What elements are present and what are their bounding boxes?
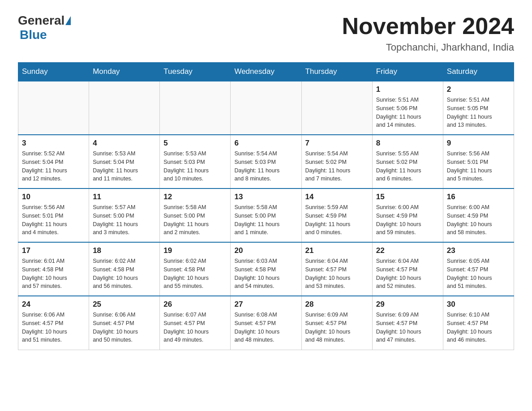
day-number: 5 bbox=[163, 139, 227, 148]
day-number: 14 bbox=[305, 193, 369, 201]
day-info: Sunrise: 6:03 AMSunset: 4:58 PMDaylight:… bbox=[234, 257, 297, 291]
day-number: 3 bbox=[22, 139, 85, 148]
calendar-cell bbox=[301, 81, 372, 135]
day-info: Sunrise: 5:58 AMSunset: 5:00 PMDaylight:… bbox=[234, 203, 297, 237]
calendar-cell: 6Sunrise: 5:54 AMSunset: 5:03 PMDaylight… bbox=[231, 135, 301, 188]
calendar-cell: 1Sunrise: 5:51 AMSunset: 5:06 PMDaylight… bbox=[372, 81, 443, 135]
day-number: 15 bbox=[376, 193, 439, 201]
calendar-cell: 4Sunrise: 5:53 AMSunset: 5:04 PMDaylight… bbox=[89, 135, 160, 188]
day-number: 9 bbox=[447, 139, 510, 148]
day-number: 23 bbox=[447, 246, 510, 255]
day-number: 27 bbox=[234, 300, 297, 309]
day-number: 4 bbox=[93, 139, 156, 148]
day-number: 24 bbox=[22, 300, 85, 309]
day-number: 18 bbox=[93, 246, 156, 255]
calendar-cell: 9Sunrise: 5:56 AMSunset: 5:01 PMDaylight… bbox=[443, 135, 514, 188]
calendar-cell: 28Sunrise: 6:09 AMSunset: 4:57 PMDayligh… bbox=[301, 296, 372, 350]
day-info: Sunrise: 6:06 AMSunset: 4:57 PMDaylight:… bbox=[93, 311, 156, 344]
day-number: 29 bbox=[376, 300, 439, 309]
calendar-week-row: 1Sunrise: 5:51 AMSunset: 5:06 PMDaylight… bbox=[18, 81, 514, 135]
location-title: Topchanchi, Jharkhand, India bbox=[342, 42, 514, 53]
logo: General Blue bbox=[18, 13, 72, 42]
day-info: Sunrise: 6:06 AMSunset: 4:57 PMDaylight:… bbox=[22, 311, 85, 344]
logo-general-text: General bbox=[18, 13, 64, 28]
day-number: 2 bbox=[447, 85, 510, 94]
calendar-week-row: 17Sunrise: 6:01 AMSunset: 4:58 PMDayligh… bbox=[18, 242, 514, 296]
day-info: Sunrise: 6:00 AMSunset: 4:59 PMDaylight:… bbox=[447, 203, 510, 237]
day-number: 28 bbox=[305, 300, 369, 309]
day-info: Sunrise: 6:04 AMSunset: 4:57 PMDaylight:… bbox=[376, 257, 439, 291]
day-number: 17 bbox=[22, 246, 85, 255]
day-number: 22 bbox=[376, 246, 439, 255]
day-number: 21 bbox=[305, 246, 369, 255]
calendar-cell: 12Sunrise: 5:58 AMSunset: 5:00 PMDayligh… bbox=[160, 188, 231, 242]
month-title: November 2024 bbox=[342, 13, 514, 39]
calendar-cell: 11Sunrise: 5:57 AMSunset: 5:00 PMDayligh… bbox=[89, 188, 160, 242]
day-info: Sunrise: 6:02 AMSunset: 4:58 PMDaylight:… bbox=[93, 257, 156, 291]
calendar-header: SundayMondayTuesdayWednesdayThursdayFrid… bbox=[18, 63, 514, 81]
calendar-cell: 17Sunrise: 6:01 AMSunset: 4:58 PMDayligh… bbox=[18, 242, 89, 296]
calendar-cell: 5Sunrise: 5:53 AMSunset: 5:03 PMDaylight… bbox=[160, 135, 231, 188]
logo-blue-text: Blue bbox=[20, 28, 47, 42]
day-info: Sunrise: 5:52 AMSunset: 5:04 PMDaylight:… bbox=[22, 150, 85, 183]
calendar-cell: 21Sunrise: 6:04 AMSunset: 4:57 PMDayligh… bbox=[301, 242, 372, 296]
calendar-cell: 24Sunrise: 6:06 AMSunset: 4:57 PMDayligh… bbox=[18, 296, 89, 350]
day-info: Sunrise: 5:57 AMSunset: 5:00 PMDaylight:… bbox=[93, 203, 156, 237]
calendar-cell bbox=[89, 81, 160, 135]
day-number: 8 bbox=[376, 139, 439, 148]
day-info: Sunrise: 6:09 AMSunset: 4:57 PMDaylight:… bbox=[305, 311, 369, 344]
day-number: 11 bbox=[93, 193, 156, 201]
day-number: 20 bbox=[234, 246, 297, 255]
day-number: 6 bbox=[234, 139, 297, 148]
calendar-week-row: 24Sunrise: 6:06 AMSunset: 4:57 PMDayligh… bbox=[18, 296, 514, 350]
day-number: 12 bbox=[163, 193, 227, 201]
calendar-cell: 25Sunrise: 6:06 AMSunset: 4:57 PMDayligh… bbox=[89, 296, 160, 350]
day-info: Sunrise: 5:54 AMSunset: 5:02 PMDaylight:… bbox=[305, 150, 369, 183]
day-number: 16 bbox=[447, 193, 510, 201]
day-info: Sunrise: 5:51 AMSunset: 5:05 PMDaylight:… bbox=[447, 96, 510, 129]
calendar-cell: 26Sunrise: 6:07 AMSunset: 4:57 PMDayligh… bbox=[160, 296, 231, 350]
weekday-header-thursday: Thursday bbox=[301, 63, 372, 81]
calendar-cell bbox=[18, 81, 89, 135]
page-header: General Blue November 2024 Topchanchi, J… bbox=[18, 13, 514, 53]
calendar-cell: 15Sunrise: 6:00 AMSunset: 4:59 PMDayligh… bbox=[372, 188, 443, 242]
day-number: 19 bbox=[163, 246, 227, 255]
calendar-cell: 3Sunrise: 5:52 AMSunset: 5:04 PMDaylight… bbox=[18, 135, 89, 188]
weekday-header-sunday: Sunday bbox=[18, 63, 89, 81]
calendar-cell: 16Sunrise: 6:00 AMSunset: 4:59 PMDayligh… bbox=[443, 188, 514, 242]
logo-triangle-icon bbox=[65, 16, 71, 25]
day-number: 25 bbox=[93, 300, 156, 309]
day-number: 26 bbox=[163, 300, 227, 309]
calendar-cell: 8Sunrise: 5:55 AMSunset: 5:02 PMDaylight… bbox=[372, 135, 443, 188]
day-info: Sunrise: 5:53 AMSunset: 5:03 PMDaylight:… bbox=[163, 150, 227, 183]
day-info: Sunrise: 6:10 AMSunset: 4:57 PMDaylight:… bbox=[447, 311, 510, 344]
weekday-header-friday: Friday bbox=[372, 63, 443, 81]
calendar-cell bbox=[231, 81, 301, 135]
day-info: Sunrise: 6:01 AMSunset: 4:58 PMDaylight:… bbox=[22, 257, 85, 291]
weekday-header-tuesday: Tuesday bbox=[160, 63, 231, 81]
day-info: Sunrise: 5:53 AMSunset: 5:04 PMDaylight:… bbox=[93, 150, 156, 183]
day-info: Sunrise: 6:04 AMSunset: 4:57 PMDaylight:… bbox=[305, 257, 369, 291]
weekday-header-saturday: Saturday bbox=[443, 63, 514, 81]
day-number: 1 bbox=[376, 85, 439, 94]
calendar-cell: 30Sunrise: 6:10 AMSunset: 4:57 PMDayligh… bbox=[443, 296, 514, 350]
day-info: Sunrise: 5:59 AMSunset: 4:59 PMDaylight:… bbox=[305, 203, 369, 237]
calendar-cell: 27Sunrise: 6:08 AMSunset: 4:57 PMDayligh… bbox=[231, 296, 301, 350]
day-info: Sunrise: 6:08 AMSunset: 4:57 PMDaylight:… bbox=[234, 311, 297, 344]
calendar-week-row: 10Sunrise: 5:56 AMSunset: 5:01 PMDayligh… bbox=[18, 188, 514, 242]
calendar-week-row: 3Sunrise: 5:52 AMSunset: 5:04 PMDaylight… bbox=[18, 135, 514, 188]
calendar-cell: 10Sunrise: 5:56 AMSunset: 5:01 PMDayligh… bbox=[18, 188, 89, 242]
calendar-cell: 29Sunrise: 6:09 AMSunset: 4:57 PMDayligh… bbox=[372, 296, 443, 350]
calendar-cell: 22Sunrise: 6:04 AMSunset: 4:57 PMDayligh… bbox=[372, 242, 443, 296]
day-info: Sunrise: 5:58 AMSunset: 5:00 PMDaylight:… bbox=[163, 203, 227, 237]
calendar-cell: 2Sunrise: 5:51 AMSunset: 5:05 PMDaylight… bbox=[443, 81, 514, 135]
day-number: 30 bbox=[447, 300, 510, 309]
calendar-cell: 14Sunrise: 5:59 AMSunset: 4:59 PMDayligh… bbox=[301, 188, 372, 242]
calendar-cell: 13Sunrise: 5:58 AMSunset: 5:00 PMDayligh… bbox=[231, 188, 301, 242]
day-info: Sunrise: 5:54 AMSunset: 5:03 PMDaylight:… bbox=[234, 150, 297, 183]
calendar-cell: 7Sunrise: 5:54 AMSunset: 5:02 PMDaylight… bbox=[301, 135, 372, 188]
day-info: Sunrise: 5:51 AMSunset: 5:06 PMDaylight:… bbox=[376, 96, 439, 129]
calendar-cell: 20Sunrise: 6:03 AMSunset: 4:58 PMDayligh… bbox=[231, 242, 301, 296]
weekday-header-wednesday: Wednesday bbox=[231, 63, 301, 81]
day-number: 7 bbox=[305, 139, 369, 148]
